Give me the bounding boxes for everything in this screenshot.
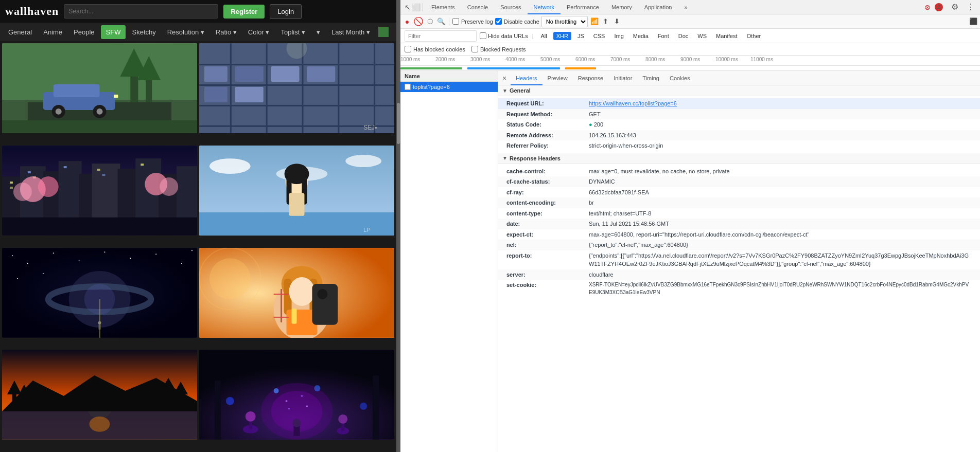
nav-anime[interactable]: Anime: [38, 25, 67, 39]
filter-xhr[interactable]: XHR: [553, 32, 571, 40]
wallpaper-7[interactable]: [2, 350, 197, 440]
svg-point-79: [181, 263, 182, 264]
sep1: [449, 17, 449, 26]
wallpaper-4[interactable]: LP: [199, 146, 394, 236]
request-list: Name toplist?page=6: [400, 71, 498, 452]
error-count: 2: [935, 3, 943, 11]
inspector-icon[interactable]: ⬜: [412, 3, 421, 11]
search-input[interactable]: [64, 4, 218, 19]
request-item-toplist[interactable]: toplist?page=6: [400, 82, 498, 92]
filter-css[interactable]: CSS: [590, 32, 608, 40]
filter-img[interactable]: Img: [611, 32, 626, 40]
detail-panel: × Headers Preview Response Initiator Tim…: [498, 71, 980, 452]
header-val-referrer: strict-origin-when-cross-origin: [589, 141, 663, 150]
tab-more[interactable]: »: [678, 0, 693, 14]
svg-point-125: [338, 414, 347, 424]
disable-cache-label[interactable]: Disable cache: [495, 18, 539, 25]
tab-network[interactable]: Network: [528, 0, 561, 14]
has-blocked-cookies-checkbox[interactable]: [405, 46, 411, 52]
wallpaper-3[interactable]: [2, 146, 197, 236]
rh-nel: nel: {"report_to":"cf-nel","max_age":604…: [498, 240, 980, 250]
filter-other[interactable]: Other: [744, 32, 764, 40]
blocked-requests-label[interactable]: Blocked Requests: [471, 46, 526, 52]
download-icon[interactable]: ⬇: [612, 17, 622, 26]
tab-memory[interactable]: Memory: [605, 0, 638, 14]
svg-point-100: [317, 289, 327, 299]
cursor-tool-icon[interactable]: ↖: [405, 3, 411, 11]
hide-data-urls-label[interactable]: Hide data URLs: [480, 32, 528, 39]
nav-color[interactable]: Color ▾: [243, 25, 275, 39]
response-tab-timing[interactable]: Timing: [637, 71, 664, 85]
login-button[interactable]: Login: [270, 4, 302, 19]
filter-js[interactable]: JS: [574, 32, 587, 40]
nav-lastmonth[interactable]: Last Month ▾: [326, 25, 375, 39]
tab-sources[interactable]: Sources: [494, 0, 527, 14]
preserve-log-checkbox[interactable]: [452, 18, 459, 25]
close-detail-button[interactable]: ×: [500, 74, 509, 82]
preserve-log-text: Preserve log: [461, 19, 493, 25]
svg-rect-87: [99, 324, 101, 329]
nav-resolution[interactable]: Resolution ▾: [162, 25, 209, 39]
response-tab-headers[interactable]: Headers: [511, 71, 542, 85]
wallpaper-8[interactable]: [199, 350, 394, 440]
filter-font[interactable]: Font: [655, 32, 672, 40]
wallpaper-2[interactable]: SEJ▪: [199, 43, 394, 133]
request-url-link[interactable]: https://wallhaven.cc/toplist?page=6: [589, 100, 677, 106]
svg-point-129: [314, 385, 320, 391]
wifi-icon[interactable]: 📶: [590, 17, 599, 26]
throttle-select[interactable]: No throttling: [541, 16, 588, 27]
tick-10: 11000 ms: [750, 57, 773, 62]
filter-ws[interactable]: WS: [694, 32, 710, 40]
wallpaper-1[interactable]: [2, 43, 197, 133]
svg-point-7: [56, 109, 62, 115]
search-icon[interactable]: 🔍: [436, 17, 446, 26]
nav-extra[interactable]: ▾: [311, 25, 325, 39]
tab-console[interactable]: Console: [461, 0, 494, 14]
tick-5: 6000 ms: [575, 57, 595, 62]
response-headers-section-header[interactable]: ▼ Response Headers: [498, 153, 980, 164]
response-tab-response[interactable]: Response: [573, 71, 609, 85]
tab-elements[interactable]: Elements: [425, 0, 461, 14]
wallpaper-5[interactable]: [2, 248, 197, 338]
record-button[interactable]: ●: [402, 17, 412, 26]
has-blocked-cookies-label[interactable]: Has blocked cookies: [405, 46, 465, 52]
hide-data-urls-checkbox[interactable]: [480, 32, 486, 39]
nav-sketchy[interactable]: Sketchy: [127, 25, 161, 39]
rh-report-to: report-to: {"endpoints":[{"url":"https:\…: [498, 250, 980, 269]
response-tab-preview[interactable]: Preview: [542, 71, 573, 85]
register-button[interactable]: Register: [223, 5, 265, 19]
nav-people[interactable]: People: [68, 25, 99, 39]
filter-doc[interactable]: Doc: [675, 32, 692, 40]
nav-ratio[interactable]: Ratio ▾: [211, 25, 242, 39]
preserve-log-label[interactable]: Preserve log: [452, 18, 493, 25]
svg-point-88: [84, 284, 115, 315]
dock-icon[interactable]: ⬛: [969, 17, 978, 26]
settings-icon[interactable]: ⚙: [948, 2, 961, 12]
svg-rect-13: [2, 120, 197, 133]
rh-val-9: cloudflare: [589, 270, 614, 279]
response-tab-cookies[interactable]: Cookies: [664, 71, 695, 85]
filter-manifest[interactable]: Manifest: [713, 32, 741, 40]
svg-point-81: [17, 278, 18, 279]
more-menu-icon[interactable]: ⋮: [964, 2, 978, 12]
clear-button[interactable]: 🚫: [414, 17, 423, 26]
error-icon: ⊗: [921, 3, 934, 11]
resize-divider[interactable]: [396, 0, 400, 452]
filter-media[interactable]: Media: [630, 32, 652, 40]
response-tab-initiator[interactable]: Initiator: [608, 71, 637, 85]
filter-input[interactable]: [405, 30, 477, 42]
general-section-header[interactable]: ▼ General: [498, 85, 980, 96]
rh-content-encoding: content-encoding: br: [498, 197, 980, 208]
timeline-numbers: 1000 ms 2000 ms 3000 ms 4000 ms 5000 ms …: [400, 56, 980, 66]
disable-cache-checkbox[interactable]: [495, 18, 502, 25]
tab-performance[interactable]: Performance: [561, 0, 605, 14]
filter-all[interactable]: All: [538, 32, 550, 40]
wallpaper-6[interactable]: [199, 248, 394, 338]
tab-application[interactable]: Application: [638, 0, 678, 14]
blocked-requests-checkbox[interactable]: [471, 46, 478, 52]
nav-toplist[interactable]: Toplist ▾: [275, 25, 310, 39]
nav-general[interactable]: General: [3, 25, 37, 39]
filter-icon[interactable]: ⬡: [425, 17, 434, 26]
upload-icon[interactable]: ⬆: [601, 17, 610, 26]
nav-sfw[interactable]: SFW: [101, 25, 126, 39]
